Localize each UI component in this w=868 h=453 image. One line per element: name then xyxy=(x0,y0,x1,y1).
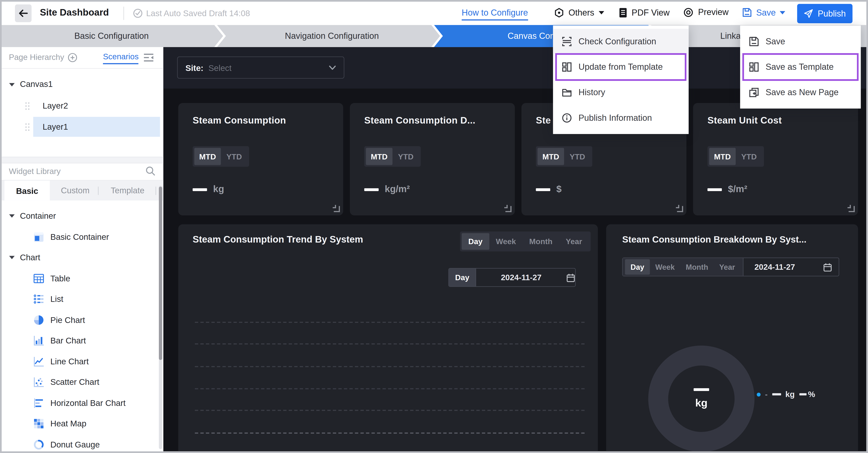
period-week[interactable]: Week xyxy=(489,233,523,250)
back-button[interactable] xyxy=(15,4,32,22)
menu-item-update-from-template[interactable]: Update from Template xyxy=(553,54,689,80)
search-icon[interactable] xyxy=(145,165,156,176)
widget-item-heat-map[interactable]: Heat Map xyxy=(2,414,163,434)
kpi-card-steam-consumption-density[interactable]: Steam Consumption D... MTD YTD kg/m² xyxy=(350,103,515,216)
legend-series-name: - xyxy=(765,390,768,399)
toggle-ytd[interactable]: YTD xyxy=(393,148,419,165)
date-granularity-chip[interactable]: Day xyxy=(449,269,476,286)
toggle-ytd[interactable]: YTD xyxy=(221,148,248,165)
divider xyxy=(156,187,156,195)
menu-item-save-as-new-page[interactable]: Save as New Page xyxy=(740,80,861,105)
kpi-card-steam-consumption[interactable]: Steam Consumption MTD YTD kg xyxy=(178,103,343,216)
widget-item-list[interactable]: List xyxy=(2,289,163,309)
kpi-unit: kg xyxy=(213,184,224,195)
menu-item-publish-information[interactable]: Publish Information xyxy=(553,105,689,131)
menu-item-check-configuration[interactable]: Check Configuration xyxy=(553,29,689,54)
gear-icon xyxy=(554,7,564,18)
widget-item-horizontal-bar-chart[interactable]: Horizontal Bar Chart xyxy=(2,393,163,414)
caret-down-icon[interactable] xyxy=(9,255,15,260)
menu-item-save[interactable]: Save xyxy=(740,29,861,54)
preview-button[interactable]: Preview xyxy=(683,7,728,17)
step-label: Basic Configuration xyxy=(74,31,149,41)
donut-legend[interactable]: - kg % xyxy=(757,390,815,399)
kpi-unit: $ xyxy=(556,184,562,195)
toggle-ytd[interactable]: YTD xyxy=(564,148,591,165)
value-placeholder-dash xyxy=(708,188,722,191)
resize-handle[interactable] xyxy=(847,205,851,208)
group-chart[interactable]: Chart xyxy=(2,247,163,268)
send-icon xyxy=(804,9,813,18)
layer-row-layer1[interactable]: Layer1 xyxy=(2,117,163,137)
save-dropdown-menu: Save Save as Template Save as New Page xyxy=(740,25,861,109)
date-value: 2024-11-27 xyxy=(476,273,566,282)
sidebar-scrollbar-thumb[interactable] xyxy=(159,187,162,360)
tab-custom[interactable]: Custom xyxy=(61,186,89,195)
drag-handle-icon[interactable] xyxy=(25,123,30,131)
toggle-mtd[interactable]: MTD xyxy=(709,148,736,165)
date-value: 2024-11-27 xyxy=(754,263,795,271)
period-year[interactable]: Year xyxy=(559,233,589,250)
card-title: Steam Unit Cost xyxy=(708,115,782,126)
caret-down-icon[interactable] xyxy=(9,83,15,87)
autosave-check-icon xyxy=(133,8,143,18)
gridline xyxy=(195,388,585,389)
chart-title: Steam Consumption Trend By System xyxy=(193,234,363,245)
publish-label: Publish xyxy=(817,9,846,19)
kpi-card-steam-unit-cost[interactable]: Steam Unit Cost MTD YTD $/m² xyxy=(693,103,858,216)
calendar-icon[interactable] xyxy=(566,273,575,282)
others-button[interactable]: Others xyxy=(554,7,604,18)
site-select[interactable]: Site: Select xyxy=(177,57,344,79)
caret-down-icon[interactable] xyxy=(9,214,15,218)
add-page-icon[interactable] xyxy=(67,53,78,63)
toggle-mtd[interactable]: MTD xyxy=(537,148,564,165)
trend-chart-card[interactable]: Steam Consumption Trend By System Day We… xyxy=(178,224,598,451)
widget-item-basic-container[interactable]: Basic Container xyxy=(2,227,163,247)
step-tab-basic-configuration[interactable]: Basic Configuration xyxy=(0,25,223,47)
scenarios-tab[interactable]: Scenarios xyxy=(103,52,138,64)
page-hierarchy-label[interactable]: Page Hierarchy xyxy=(9,53,64,61)
resize-handle[interactable] xyxy=(676,205,679,208)
period-month[interactable]: Month xyxy=(523,233,559,250)
pdf-view-button[interactable]: PDF View xyxy=(618,7,670,18)
widget-item-donut-gauge[interactable]: Donut Gauge xyxy=(2,435,163,453)
step-tab-navigation-configuration[interactable]: Navigation Configuration xyxy=(217,25,440,47)
collapse-panel-icon[interactable] xyxy=(143,53,154,62)
divider xyxy=(98,187,99,195)
tab-template[interactable]: Template xyxy=(111,186,144,195)
widget-item-bar-chart[interactable]: Bar Chart xyxy=(2,331,163,351)
widget-item-table[interactable]: Table xyxy=(2,269,163,289)
toggle-mtd[interactable]: MTD xyxy=(366,148,393,165)
toggle-mtd[interactable]: MTD xyxy=(194,148,221,165)
menu-item-history[interactable]: History xyxy=(553,80,689,105)
calendar-icon[interactable] xyxy=(823,262,832,272)
group-container[interactable]: Container xyxy=(2,206,163,227)
publish-button[interactable]: Publish xyxy=(797,4,852,23)
resize-handle[interactable] xyxy=(333,205,336,208)
date-picker[interactable]: 2024-11-27 xyxy=(743,258,839,276)
breakdown-chart-card[interactable]: Steam Consumption Breakdown By Syst... D… xyxy=(606,224,858,451)
template-icon xyxy=(561,61,572,72)
period-day[interactable]: Day xyxy=(462,233,489,250)
how-to-configure-link[interactable]: How to Configure xyxy=(462,8,528,21)
menu-item-save-as-template[interactable]: Save as Template xyxy=(740,54,861,80)
breakdown-controls: Day Week Month Year 2024-11-27 xyxy=(622,258,839,276)
date-picker[interactable]: Day 2024-11-27 xyxy=(448,268,576,287)
period-day[interactable]: Day xyxy=(625,259,650,275)
legend-percent-sign: % xyxy=(808,390,815,399)
card-title: Ste xyxy=(536,115,551,126)
save-floppy-icon xyxy=(748,36,760,47)
layer-row-layer2[interactable]: Layer2 xyxy=(2,96,163,116)
period-year[interactable]: Year xyxy=(714,259,740,275)
widget-item-pie-chart[interactable]: Pie Chart xyxy=(2,310,163,331)
period-week[interactable]: Week xyxy=(650,259,680,275)
drag-handle-icon[interactable] xyxy=(25,102,30,110)
widget-item-line-chart[interactable]: Line Chart xyxy=(2,352,163,372)
widget-item-scatter-chart[interactable]: Scatter Chart xyxy=(2,372,163,393)
tab-basic[interactable]: Basic xyxy=(4,180,50,201)
period-month[interactable]: Month xyxy=(680,259,714,275)
menu-item-label: Publish Information xyxy=(579,113,652,123)
resize-handle[interactable] xyxy=(504,205,508,208)
save-button[interactable]: Save xyxy=(742,7,786,18)
toggle-ytd[interactable]: YTD xyxy=(736,148,762,165)
tree-node-canvas1[interactable]: Canvas1 xyxy=(2,76,163,95)
